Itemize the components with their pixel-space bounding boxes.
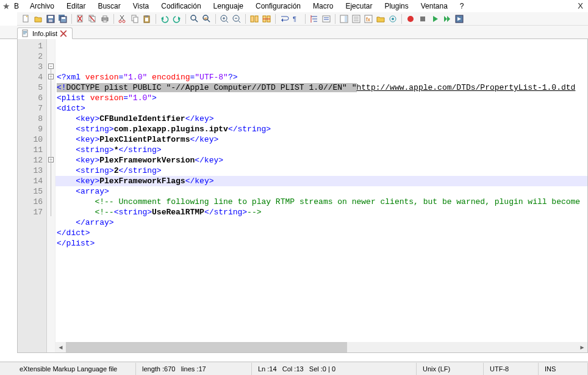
svg-rect-51 [323,16,330,22]
wordwrap-icon[interactable] [279,13,290,24]
indent-guide-icon[interactable] [309,13,320,24]
tab-close-icon[interactable] [60,30,67,37]
svg-rect-16 [103,20,107,22]
status-language: eXtensible Markup Language file [17,363,136,375]
undo-icon[interactable] [159,13,170,24]
svg-rect-3 [48,16,53,18]
menu-lenguaje[interactable]: Lenguaje [209,1,248,12]
svg-rect-24 [145,15,148,17]
toolbar-separator [215,14,216,24]
function-list-icon[interactable]: fx [363,13,374,24]
menu-ejecutar[interactable]: Ejecutar [340,1,377,12]
svg-line-38 [238,21,240,23]
save-all-icon[interactable] [57,13,68,24]
folder-workspace-icon[interactable] [375,13,386,24]
menu-archivo[interactable]: Archivo [25,1,59,12]
record-macro-icon[interactable] [405,13,416,24]
toolbar-separator [245,14,246,24]
paste-icon[interactable] [142,13,152,24]
svg-rect-73 [23,32,27,33]
play-multi-icon[interactable] [442,13,453,24]
menu-ventana[interactable]: Ventana [416,1,453,12]
close-file-icon[interactable] [75,13,86,24]
status-encoding[interactable]: UTF-8 [484,363,539,375]
tab-bar: Info.plist [0,26,588,39]
svg-line-34 [226,21,228,23]
menu-plugins[interactable]: Plugins [379,1,413,12]
toolbar-separator [275,14,276,24]
svg-rect-25 [145,18,148,21]
menu-configuracion[interactable]: Configuración [251,1,306,12]
tab-info-plist[interactable]: Info.plist [17,27,73,39]
window-close-button[interactable]: X [578,1,583,10]
svg-rect-71 [23,30,27,37]
new-file-icon[interactable] [21,13,32,24]
menu-vista[interactable]: Vista [128,1,154,12]
horizontal-scrollbar[interactable]: ◄ ► [56,342,587,352]
toolbar-separator [113,14,114,24]
svg-rect-65 [420,16,425,21]
cut-icon[interactable] [117,13,128,24]
replace-icon[interactable]: ab [201,13,212,24]
svg-point-19 [119,20,121,23]
svg-marker-45 [281,18,283,22]
scroll-right-arrow-icon[interactable]: ► [577,342,587,352]
scrollbar-track[interactable] [66,342,577,352]
sync-hscroll-icon[interactable] [261,13,272,24]
doc-list-icon[interactable] [351,13,362,24]
svg-point-28 [191,15,196,20]
open-file-icon[interactable] [33,13,44,24]
zoom-out-icon[interactable] [231,13,242,24]
bookmark-star-icon: ★ [2,1,10,11]
tab-label: Info.plist [32,30,57,37]
svg-rect-4 [49,20,52,22]
svg-point-64 [407,16,414,22]
svg-rect-41 [255,16,258,22]
svg-marker-67 [444,16,447,22]
svg-rect-72 [23,31,27,32]
menu-buscar[interactable]: Buscar [93,1,125,12]
zoom-in-icon[interactable] [219,13,230,24]
svg-text:¶: ¶ [293,15,296,23]
save-icon[interactable] [45,13,56,24]
menu-editar[interactable]: Editar [62,1,90,12]
scroll-left-arrow-icon[interactable]: ◄ [56,342,66,352]
svg-point-63 [392,18,394,20]
left-edge-label: B [14,2,19,10]
svg-text:fx: fx [366,16,371,23]
status-length: length : 670 lines : 17 [136,363,252,375]
status-eol[interactable]: Unix (LF) [417,363,484,375]
toolbar-separator [185,14,186,24]
svg-rect-55 [345,16,347,22]
redo-icon[interactable] [171,13,182,24]
code-area[interactable]: <?xml version="1.0" encoding="UTF-8"?><!… [56,39,587,352]
sync-vscroll-icon[interactable] [249,13,260,24]
menu-help[interactable]: ? [455,1,469,12]
udl-icon[interactable] [321,13,332,24]
stop-macro-icon[interactable] [417,13,428,24]
svg-marker-66 [433,16,438,22]
line-number-gutter: 1234567891011121314151617 [18,39,47,352]
toolbar-separator [305,14,306,24]
show-all-chars-icon[interactable]: ¶ [291,13,302,24]
toolbar-separator [156,14,156,24]
status-bar: eXtensible Markup Language file length :… [0,362,588,375]
status-cursor-position: Ln : 14 Col : 13 Sel : 0 | 0 [252,363,417,375]
monitor-icon[interactable] [387,13,398,24]
menu-bar: ★ B Archivo Editar Buscar Vista Codifica… [0,0,588,12]
svg-rect-74 [23,34,26,34]
menu-macro[interactable]: Macro [308,1,338,12]
toolbar-separator [335,14,335,24]
menu-codificacion[interactable]: Codificación [156,1,206,12]
fold-column: −−− [47,39,56,352]
print-icon[interactable] [99,13,110,24]
close-all-icon[interactable] [87,13,98,24]
doc-map-icon[interactable] [339,13,350,24]
play-macro-icon[interactable] [429,13,440,24]
svg-rect-15 [103,16,107,18]
find-icon[interactable] [189,13,200,24]
save-macro-icon[interactable] [454,13,465,24]
status-insert-mode[interactable]: INS [539,363,588,375]
scrollbar-thumb[interactable] [66,342,347,352]
copy-icon[interactable] [129,13,140,24]
